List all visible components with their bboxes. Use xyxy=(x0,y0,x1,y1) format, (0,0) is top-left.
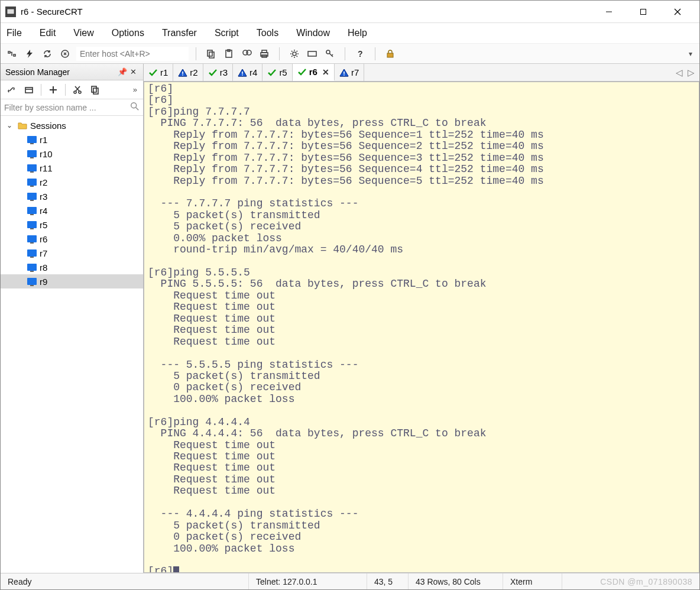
menu-options[interactable]: Options xyxy=(112,28,144,38)
toolbar-separator xyxy=(345,47,345,60)
menu-tools[interactable]: Tools xyxy=(257,28,278,38)
tab-r1[interactable]: r1 xyxy=(144,64,173,81)
session-tree[interactable]: ⌄ Sessions r1r10r11r2r3r4r5r6r7r8r9 xyxy=(1,116,143,573)
tab-r6[interactable]: r6✕ xyxy=(293,64,335,81)
svg-point-28 xyxy=(74,91,76,93)
close-panel-icon[interactable]: ✕ xyxy=(128,67,138,76)
check-icon xyxy=(208,68,218,77)
pin-icon[interactable]: 📌 xyxy=(117,67,128,76)
new-tab-icon[interactable] xyxy=(21,82,37,98)
menu-transfer[interactable]: Transfer xyxy=(162,28,197,38)
terminal-viewport[interactable]: [r6] [r6] [r6]ping 7.7.7.7 PING 7.7.7.7:… xyxy=(144,82,699,573)
tab-label: r2 xyxy=(190,67,197,77)
warning-icon xyxy=(178,68,187,77)
svg-line-33 xyxy=(136,108,138,110)
session-item-r7[interactable]: r7 xyxy=(1,246,143,260)
menu-window[interactable]: Window xyxy=(296,28,330,38)
statusbar: Ready Telnet: 127.0.0.1 43, 5 43 Rows, 8… xyxy=(1,573,699,589)
tab-r2[interactable]: r2 xyxy=(173,64,203,81)
session-toolbar-overflow-icon[interactable]: » xyxy=(129,85,141,94)
toolbar-overflow-icon[interactable]: ▾ xyxy=(685,50,696,58)
session-item-r2[interactable]: r2 xyxy=(1,175,143,189)
tab-scroll-left-icon[interactable]: ◁ xyxy=(676,67,683,78)
menu-edit[interactable]: Edit xyxy=(40,28,56,38)
monitor-icon xyxy=(27,235,37,243)
svg-text:?: ? xyxy=(358,49,363,59)
disconnect-icon[interactable] xyxy=(57,46,73,61)
session-item-label: r2 xyxy=(40,177,47,187)
host-input[interactable]: Enter host <Alt+R> xyxy=(76,47,189,61)
tab-r5[interactable]: r5 xyxy=(262,64,292,81)
tab-label: r1 xyxy=(160,67,168,77)
session-item-label: r5 xyxy=(40,220,47,230)
session-item-r8[interactable]: r8 xyxy=(1,260,143,274)
svg-rect-37 xyxy=(242,74,243,76)
maximize-button[interactable] xyxy=(626,1,660,23)
twisty-open-icon[interactable]: ⌄ xyxy=(7,121,15,129)
session-item-r9[interactable]: r9 xyxy=(1,274,143,288)
session-item-label: r7 xyxy=(40,248,47,258)
keyboard-icon[interactable] xyxy=(304,46,320,61)
session-item-r5[interactable]: r5 xyxy=(1,218,143,232)
session-item-label: r10 xyxy=(40,149,53,159)
tab-label: r4 xyxy=(249,67,257,77)
tab-label: r6 xyxy=(309,67,317,77)
separator xyxy=(65,84,66,96)
watermark-text: CSDN @m_071890038 xyxy=(600,577,692,586)
session-manager-title: Session Manager xyxy=(5,67,117,77)
session-item-label: r8 xyxy=(40,262,47,273)
minimize-button[interactable] xyxy=(592,1,626,23)
find-icon[interactable] xyxy=(239,46,254,61)
print-icon[interactable] xyxy=(257,46,272,61)
svg-rect-8 xyxy=(209,52,214,58)
tab-r4[interactable]: r4 xyxy=(233,64,262,81)
menu-file[interactable]: File xyxy=(7,28,22,38)
menu-view[interactable]: View xyxy=(73,28,93,38)
session-item-label: r11 xyxy=(40,163,53,173)
terminal-output: [r6] [r6] [r6]ping 7.7.7.7 PING 7.7.7.7:… xyxy=(144,82,699,573)
lock-icon[interactable] xyxy=(383,46,398,61)
session-filter-input[interactable]: Filter by session name ... xyxy=(1,99,143,116)
svg-rect-34 xyxy=(183,72,184,74)
session-item-r11[interactable]: r11 xyxy=(1,161,143,175)
reconnect-icon[interactable] xyxy=(40,46,55,61)
session-manager-header: Session Manager 📌 ✕ xyxy=(1,64,143,80)
paste-icon[interactable] xyxy=(221,46,236,61)
svg-rect-39 xyxy=(343,74,345,76)
lightning-icon[interactable] xyxy=(22,46,37,61)
session-item-r6[interactable]: r6 xyxy=(1,232,143,246)
session-item-r10[interactable]: r10 xyxy=(1,147,143,161)
tree-root-sessions[interactable]: ⌄ Sessions xyxy=(1,118,143,132)
connect-toolbar-icon[interactable] xyxy=(4,46,20,61)
svg-rect-3 xyxy=(641,9,646,14)
tab-r7[interactable]: r7 xyxy=(335,64,364,81)
tab-scroll-right-icon[interactable]: ▷ xyxy=(688,67,695,78)
close-button[interactable] xyxy=(660,1,695,23)
session-item-r3[interactable]: r3 xyxy=(1,189,143,203)
menu-help[interactable]: Help xyxy=(348,28,367,38)
key-icon[interactable] xyxy=(322,46,338,61)
monitor-icon xyxy=(27,263,37,271)
add-icon[interactable] xyxy=(45,82,61,98)
session-item-label: r9 xyxy=(40,277,47,287)
copy-session-icon[interactable] xyxy=(87,82,103,98)
help-icon[interactable]: ? xyxy=(352,46,368,61)
svg-point-29 xyxy=(79,91,81,93)
session-item-r1[interactable]: r1 xyxy=(1,132,143,147)
tab-close-icon[interactable]: ✕ xyxy=(322,67,329,77)
link-icon[interactable] xyxy=(3,82,20,98)
separator xyxy=(41,84,41,96)
session-item-r4[interactable]: r4 xyxy=(1,203,143,218)
session-item-label: r4 xyxy=(40,206,47,216)
copy-icon[interactable] xyxy=(203,46,219,61)
check-icon xyxy=(267,68,277,77)
svg-rect-17 xyxy=(308,51,316,56)
tab-r3[interactable]: r3 xyxy=(203,64,233,81)
svg-rect-14 xyxy=(262,50,267,53)
settings-icon[interactable] xyxy=(287,46,302,61)
cut-icon[interactable] xyxy=(69,82,86,98)
session-manager-panel: Session Manager 📌 ✕ » Filter by session … xyxy=(1,64,144,573)
monitor-icon xyxy=(27,178,37,186)
host-placeholder: Enter host <Alt+R> xyxy=(80,49,150,59)
menu-script[interactable]: Script xyxy=(215,28,239,38)
